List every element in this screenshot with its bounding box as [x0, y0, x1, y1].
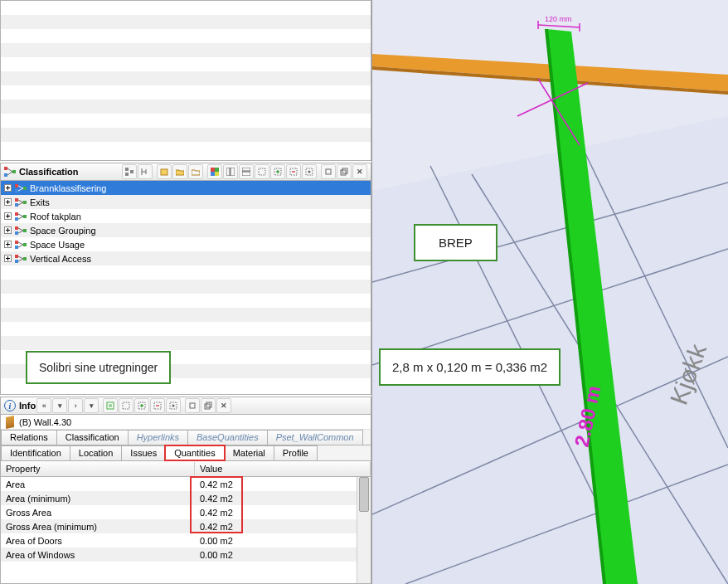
table-row[interactable]: Area (minimum) 0.42 m2	[1, 491, 371, 505]
new-button[interactable]	[157, 164, 172, 179]
classification-header: Classification ✕	[1, 163, 371, 181]
property-rows: Area 0.42 m2 Area (minimum) 0.42 m2 Gros…	[1, 477, 371, 562]
expand-icon[interactable]	[4, 241, 12, 248]
info-restore-button[interactable]	[201, 398, 216, 413]
tree-item-label: Exits	[30, 197, 50, 207]
expand-icon[interactable]	[4, 226, 12, 234]
open-button[interactable]	[172, 164, 187, 179]
col-value[interactable]: Value	[195, 462, 371, 475]
table-row[interactable]: Area of Doors 0.00 m2	[1, 533, 371, 548]
annotation-brep: BREP	[414, 224, 497, 261]
tabs-row-2: Identification Location Issues Quantitie…	[1, 445, 371, 461]
scrollbar[interactable]	[357, 477, 371, 583]
svg-point-68	[172, 405, 175, 407]
tree-item-space-usage[interactable]: Space Usage	[1, 237, 371, 251]
svg-rect-26	[341, 170, 346, 175]
tree-item-brannklassifisering[interactable]: Brannklassifisering	[1, 181, 371, 195]
annotation-equation-text: 2,8 m x 0,120 m = 0,336 m2	[392, 360, 547, 374]
svg-rect-38	[15, 212, 18, 216]
svg-rect-6	[125, 173, 129, 176]
svg-rect-28	[15, 184, 18, 187]
prop-value: 0.42 m2	[195, 522, 371, 532]
svg-rect-44	[15, 231, 18, 235]
prop-name: Area of Doors	[1, 536, 195, 546]
tree-item-vertical-access[interactable]: Vertical Access	[1, 251, 371, 265]
svg-rect-53	[15, 255, 18, 258]
add-sel-button[interactable]	[270, 164, 285, 179]
tab-quantities[interactable]: Quantities	[165, 445, 225, 460]
expand-icon[interactable]	[4, 255, 12, 262]
svg-point-24	[308, 171, 311, 173]
sel-remove-button[interactable]	[150, 398, 165, 413]
sel-all-button[interactable]	[119, 398, 133, 413]
restore-button[interactable]	[337, 164, 352, 179]
svg-rect-8	[161, 169, 167, 175]
nav-next-button[interactable]: ›	[68, 398, 83, 413]
info-minimize-button[interactable]	[185, 398, 200, 413]
nav-menu-button[interactable]: ▾	[84, 398, 99, 413]
col-property[interactable]: Property	[1, 462, 195, 475]
svg-rect-10	[215, 168, 219, 172]
svg-line-84	[538, 25, 580, 27]
prop-name: Area (minimum)	[1, 494, 195, 504]
minimize-button[interactable]	[321, 164, 336, 179]
property-table: Property Value Area 0.42 m2 Area (minimu…	[1, 461, 371, 583]
nav-prev-button[interactable]: ▾	[52, 398, 67, 413]
tab-classification[interactable]: Classification	[56, 430, 129, 445]
tab-pset-wallcommon[interactable]: Pset_WallCommon	[267, 430, 363, 445]
close-button[interactable]: ✕	[352, 164, 367, 179]
info-close-button[interactable]: ✕	[216, 398, 231, 413]
tree-item-roof[interactable]: Roof takplan	[1, 209, 371, 223]
layout2-button[interactable]	[239, 164, 254, 179]
sel-filter-button[interactable]	[166, 398, 181, 413]
tree-item-label: Space Grouping	[30, 226, 96, 236]
tree-item-exits[interactable]: Exits	[1, 195, 371, 209]
report-button[interactable]	[103, 398, 118, 413]
svg-rect-25	[326, 169, 331, 174]
table-row[interactable]: Gross Area 0.42 m2	[1, 505, 371, 519]
tree-item-space-grouping[interactable]: Space Grouping	[1, 223, 371, 237]
prop-name: Area	[1, 479, 195, 489]
expand-icon[interactable]	[4, 212, 12, 220]
table-row[interactable]: Area of Windows 0.00 m2	[1, 548, 371, 562]
classification-item-icon	[15, 198, 27, 207]
nav-first-button[interactable]: «	[36, 398, 51, 413]
tab-hyperlinks[interactable]: Hyperlinks	[128, 430, 188, 445]
svg-rect-55	[23, 257, 27, 260]
layout1-button[interactable]	[223, 164, 238, 179]
expand-icon[interactable]	[4, 198, 12, 206]
prop-value: 0.42 m2	[195, 479, 371, 489]
tab-identification[interactable]: Identification	[1, 445, 70, 460]
svg-rect-7	[130, 170, 133, 173]
tab-relations[interactable]: Relations	[1, 430, 57, 445]
sel-add-button[interactable]	[134, 398, 149, 413]
table-row[interactable]: Gross Area (minimum) 0.42 m2	[1, 519, 371, 533]
expand-icon[interactable]	[4, 184, 12, 192]
recent-button[interactable]	[188, 164, 203, 179]
prop-value: 0.42 m2	[195, 508, 371, 518]
select-all-button[interactable]	[255, 164, 269, 179]
tab-basequantities[interactable]: BaseQuantities	[187, 430, 268, 445]
svg-line-51	[18, 242, 23, 245]
filter-button[interactable]	[302, 164, 317, 179]
viewport-3d[interactable]: 120 mm 2.80 m Kjøkk BREP 2,8 m x 0,120 m…	[372, 0, 728, 584]
tab-location[interactable]: Location	[70, 445, 123, 460]
tab-material[interactable]: Material	[224, 445, 274, 460]
tree-collapse-button[interactable]	[138, 164, 153, 179]
tab-issues[interactable]: Issues	[121, 445, 166, 460]
svg-rect-45	[23, 229, 27, 232]
svg-line-32	[18, 188, 23, 191]
classification-icon	[4, 167, 16, 177]
tab-profile[interactable]: Profile	[274, 445, 318, 460]
remove-sel-button[interactable]	[286, 164, 301, 179]
object-label: (B) Wall.4.30	[19, 417, 71, 427]
svg-rect-13	[226, 168, 230, 176]
tree-expand-button[interactable]	[122, 164, 137, 179]
upper-empty-list	[0, 0, 371, 161]
color-button[interactable]	[207, 164, 222, 179]
svg-line-36	[18, 200, 23, 202]
svg-rect-49	[15, 246, 18, 249]
table-row[interactable]: Area 0.42 m2	[1, 477, 371, 491]
classification-item-icon	[15, 241, 27, 249]
svg-rect-50	[23, 243, 27, 246]
